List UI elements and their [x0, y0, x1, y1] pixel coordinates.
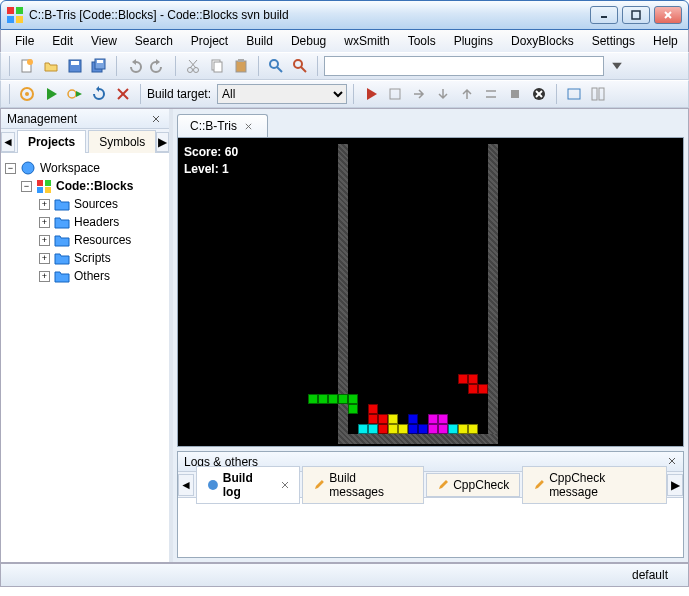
new-file-button[interactable]: [16, 55, 38, 77]
search-input[interactable]: [324, 56, 604, 76]
stop-debugger-button[interactable]: [528, 83, 550, 105]
tree-label[interactable]: Resources: [74, 233, 131, 247]
log-tab-close-button[interactable]: [281, 478, 289, 492]
build-target-select[interactable]: All: [217, 84, 347, 104]
svg-rect-21: [236, 61, 246, 72]
menu-wxsmith[interactable]: wxSmith: [336, 32, 397, 50]
menu-edit[interactable]: Edit: [44, 32, 81, 50]
debug-start-button[interactable]: [360, 83, 382, 105]
tree-label[interactable]: Workspace: [40, 161, 100, 175]
expand-icon[interactable]: +: [39, 253, 50, 264]
tab-projects[interactable]: Projects: [17, 130, 86, 153]
minimize-button[interactable]: [590, 6, 618, 24]
svg-line-18: [189, 60, 196, 68]
tree-folder-scripts[interactable]: + Scripts: [5, 249, 165, 267]
abort-button[interactable]: [112, 83, 134, 105]
rebuild-button[interactable]: [88, 83, 110, 105]
svg-rect-46: [45, 187, 51, 193]
editor-area: C::B-Tris Score: 60 Level: 1: [173, 109, 688, 562]
tree-label[interactable]: Headers: [74, 215, 119, 229]
paste-button[interactable]: [230, 55, 252, 77]
project-tree[interactable]: − Workspace − Code::Blocks + Sources + H…: [1, 153, 169, 562]
menu-settings[interactable]: Settings: [584, 32, 643, 50]
expand-icon[interactable]: +: [39, 235, 50, 246]
log-tab-cppcheck[interactable]: CppCheck: [426, 473, 520, 497]
menu-search[interactable]: Search: [127, 32, 181, 50]
redo-button[interactable]: [147, 55, 169, 77]
tabs-scroll-left[interactable]: ◄: [1, 132, 15, 152]
pencil-icon: [313, 479, 325, 491]
menu-help[interactable]: Help: [645, 32, 686, 50]
tree-label[interactable]: Others: [74, 269, 110, 283]
tree-label[interactable]: Sources: [74, 197, 118, 211]
copy-button[interactable]: [206, 55, 228, 77]
tree-folder-headers[interactable]: + Headers: [5, 213, 165, 231]
svg-rect-22: [238, 59, 244, 62]
next-line-button[interactable]: [408, 83, 430, 105]
collapse-icon[interactable]: −: [5, 163, 16, 174]
tree-label[interactable]: Code::Blocks: [56, 179, 133, 193]
search-dropdown-button[interactable]: [606, 55, 628, 77]
pencil-icon: [437, 479, 449, 491]
svg-rect-44: [45, 180, 51, 186]
management-close-button[interactable]: [149, 112, 163, 126]
break-button[interactable]: [504, 83, 526, 105]
menu-file[interactable]: File: [7, 32, 42, 50]
folder-icon: [54, 215, 70, 229]
info-button[interactable]: [587, 83, 609, 105]
svg-rect-0: [7, 7, 14, 14]
logs-close-button[interactable]: [667, 455, 677, 469]
tab-symbols[interactable]: Symbols: [88, 130, 156, 153]
menu-build[interactable]: Build: [238, 32, 281, 50]
log-content[interactable]: [178, 498, 683, 550]
tabs-scroll-right[interactable]: ▶: [156, 132, 169, 152]
menu-project[interactable]: Project: [183, 32, 236, 50]
collapse-icon[interactable]: −: [21, 181, 32, 192]
log-tab-cppcheck-message[interactable]: CppCheck message: [522, 466, 667, 504]
tree-project[interactable]: − Code::Blocks: [5, 177, 165, 195]
editor-tab-cbtris[interactable]: C::B-Tris: [177, 114, 268, 137]
game-view[interactable]: Score: 60 Level: 1: [177, 137, 684, 447]
menu-view[interactable]: View: [83, 32, 125, 50]
run-to-cursor-button[interactable]: [384, 83, 406, 105]
folder-icon: [54, 197, 70, 211]
maximize-button[interactable]: [622, 6, 650, 24]
save-button[interactable]: [64, 55, 86, 77]
menu-debug[interactable]: Debug: [283, 32, 334, 50]
build-toolbar: Build target: All: [0, 80, 689, 108]
main-toolbar: [0, 52, 689, 80]
log-tab-build-log[interactable]: Build log: [196, 466, 301, 504]
tree-folder-sources[interactable]: + Sources: [5, 195, 165, 213]
close-button[interactable]: [654, 6, 682, 24]
editor-tab-close-button[interactable]: [243, 120, 255, 132]
open-button[interactable]: [40, 55, 62, 77]
expand-icon[interactable]: +: [39, 271, 50, 282]
tree-folder-resources[interactable]: + Resources: [5, 231, 165, 249]
tree-workspace[interactable]: − Workspace: [5, 159, 165, 177]
build-button[interactable]: [16, 83, 38, 105]
build-run-button[interactable]: [64, 83, 86, 105]
menu-doxyblocks[interactable]: DoxyBlocks: [503, 32, 582, 50]
logs-panel: Logs & others ◄ Build log Build messages…: [177, 451, 684, 558]
cut-button[interactable]: [182, 55, 204, 77]
find-button[interactable]: [265, 55, 287, 77]
logs-scroll-left[interactable]: ◄: [178, 474, 194, 496]
menu-plugins[interactable]: Plugins: [446, 32, 501, 50]
expand-icon[interactable]: +: [39, 217, 50, 228]
replace-button[interactable]: [289, 55, 311, 77]
run-button[interactable]: [40, 83, 62, 105]
folder-icon: [54, 251, 70, 265]
save-all-button[interactable]: [88, 55, 110, 77]
management-title: Management: [7, 112, 77, 126]
tree-folder-others[interactable]: + Others: [5, 267, 165, 285]
menu-tools[interactable]: Tools: [400, 32, 444, 50]
undo-button[interactable]: [123, 55, 145, 77]
log-tab-build-messages[interactable]: Build messages: [302, 466, 424, 504]
next-instruction-button[interactable]: [480, 83, 502, 105]
logs-scroll-right[interactable]: ▶: [667, 474, 683, 496]
step-into-button[interactable]: [432, 83, 454, 105]
expand-icon[interactable]: +: [39, 199, 50, 210]
tree-label[interactable]: Scripts: [74, 251, 111, 265]
step-out-button[interactable]: [456, 83, 478, 105]
debug-windows-button[interactable]: [563, 83, 585, 105]
